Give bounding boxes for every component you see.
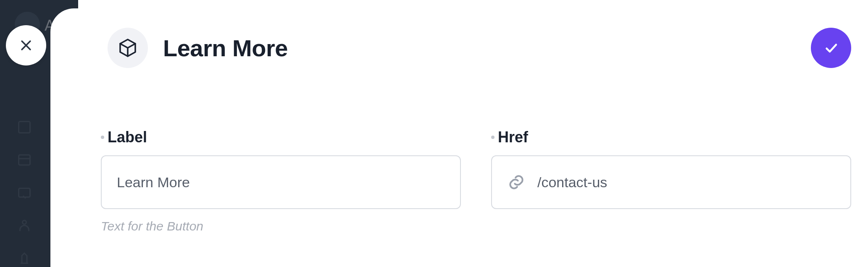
component-icon-wrap (108, 28, 148, 68)
label-field-header: Label (101, 128, 461, 146)
required-dot (491, 136, 494, 139)
close-icon (19, 38, 33, 52)
form-area: Label Text for the Button Href (101, 128, 851, 233)
cube-icon (118, 38, 138, 58)
href-field: Href (491, 128, 851, 233)
page-title: Learn More (163, 34, 288, 62)
required-dot (101, 136, 104, 139)
href-input-wrap (491, 155, 851, 209)
edit-modal: Learn More Label Text for the Button (50, 8, 868, 267)
label-field-label: Label (108, 128, 147, 146)
label-help-text: Text for the Button (101, 219, 461, 233)
label-field: Label Text for the Button (101, 128, 461, 233)
modal-header: Learn More (108, 28, 851, 68)
link-icon (507, 173, 526, 191)
href-input[interactable] (537, 174, 835, 191)
label-input-wrap (101, 155, 461, 209)
href-field-label: Href (498, 128, 528, 146)
confirm-button[interactable] (811, 28, 851, 68)
label-input[interactable] (117, 174, 445, 191)
close-button[interactable] (6, 25, 46, 65)
href-field-header: Href (491, 128, 851, 146)
check-icon (823, 40, 839, 55)
